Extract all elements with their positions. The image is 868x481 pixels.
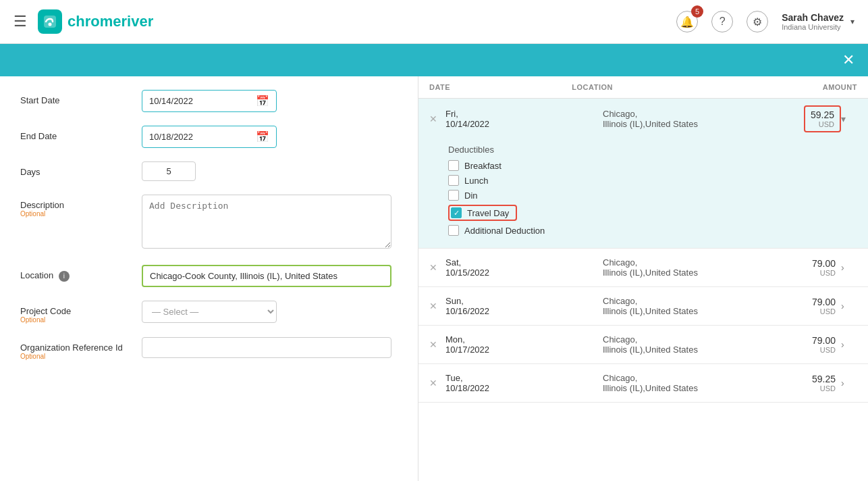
chevron-right-sun-icon[interactable]: › (841, 301, 857, 311)
day-row-sat[interactable]: ✕ Sat, 10/15/2022 Chicago, Illinois (IL)… (418, 249, 868, 286)
end-date-control: 10/18/2022 📅 (142, 126, 398, 148)
chevron-down-fri-icon[interactable]: ▾ (841, 113, 857, 124)
start-date-row: Start Date 10/14/2022 📅 (20, 90, 398, 112)
day-label-tue: Tue, (445, 373, 603, 383)
chevron-right-tue-icon[interactable]: › (841, 378, 857, 388)
location-line2-mon: Illinois (IL),United States (603, 345, 760, 355)
additional-deduction-label: Additional Deduction (464, 226, 545, 236)
location-line1-sat: Chicago, (603, 257, 760, 268)
delete-fri-icon[interactable]: ✕ (429, 113, 445, 124)
currency-mon: USD (812, 346, 836, 354)
travel-day-label: Travel Day (467, 208, 509, 218)
date-column-header: DATE (429, 83, 572, 91)
svg-point-1 (49, 23, 52, 26)
help-icon[interactable]: ? (711, 11, 733, 32)
right-panel-header: DATE LOCATION AMOUNT (418, 76, 868, 99)
day-row-tue[interactable]: ✕ Tue, 10/18/2022 Chicago, Illinois (IL)… (418, 364, 868, 402)
description-optional: Optional (20, 210, 142, 218)
header-right: 🔔 5 ? ⚙ Sarah Chavez Indiana University … (676, 11, 855, 32)
logo-river: river (121, 13, 153, 30)
location-input[interactable] (142, 265, 391, 287)
end-date-row: End Date 10/18/2022 📅 (20, 126, 398, 148)
end-date-label: End Date (20, 126, 142, 141)
day-date-sat: Sat, 10/15/2022 (445, 257, 603, 278)
location-line2-tue: Illinois (IL),United States (603, 383, 760, 393)
location-control (142, 265, 398, 287)
location-line2-fri: Illinois (IL),United States (603, 119, 760, 129)
start-date-input[interactable]: 10/14/2022 📅 (142, 90, 277, 112)
days-label: Days (20, 161, 142, 177)
description-textarea[interactable] (142, 195, 391, 249)
end-date-value: 10/18/2022 (149, 132, 193, 142)
day-entry-sun: ✕ Sun, 10/16/2022 Chicago, Illinois (IL)… (418, 287, 868, 326)
travel-day-highlight: Travel Day (448, 205, 517, 221)
days-input[interactable] (142, 161, 196, 181)
location-line2-sun: Illinois (IL),United States (603, 306, 760, 316)
day-row-sun[interactable]: ✕ Sun, 10/16/2022 Chicago, Illinois (IL)… (418, 287, 868, 325)
additional-deduction-checkbox[interactable] (448, 225, 459, 236)
settings-icon[interactable]: ⚙ (747, 11, 768, 32)
teal-banner: ✕ (0, 44, 868, 76)
breakfast-checkbox[interactable] (448, 160, 459, 171)
location-line1-sun: Chicago, (603, 296, 760, 306)
days-control (142, 161, 398, 181)
location-line1-tue: Chicago, (603, 373, 760, 383)
chevron-right-mon-icon[interactable]: › (841, 339, 857, 350)
delete-sun-icon[interactable]: ✕ (429, 301, 445, 311)
notification-count: 5 (691, 5, 703, 18)
delete-mon-icon[interactable]: ✕ (429, 339, 445, 350)
dinner-checkbox[interactable] (448, 190, 459, 201)
logo-svg (43, 14, 57, 29)
user-name: Sarah Chavez (782, 12, 844, 23)
start-date-calendar-icon[interactable]: 📅 (256, 95, 269, 107)
location-info-icon[interactable]: i (59, 271, 70, 282)
additional-deduction-row: Additional Deduction (448, 225, 852, 236)
hamburger-menu[interactable]: ☰ (13, 13, 27, 30)
day-label-sun: Sun, (445, 296, 603, 306)
end-date-calendar-icon[interactable]: 📅 (256, 130, 269, 143)
project-code-select[interactable]: — Select — (142, 301, 277, 323)
deductibles-title: Deductibles (448, 145, 852, 155)
amount-value-sun: 79.00 (812, 297, 836, 307)
notification-bell[interactable]: 🔔 5 (676, 11, 698, 32)
header: ☰ chromeriver 🔔 5 ? ⚙ Sarah Chavez Ind (0, 0, 868, 44)
location-column-header: LOCATION (572, 83, 714, 91)
day-date-fri: Fri, 10/14/2022 (445, 109, 603, 129)
day-date-sun: Sun, 10/16/2022 (445, 296, 603, 316)
currency-fri: USD (811, 120, 834, 128)
day-entry-fri: ✕ Fri, 10/14/2022 Chicago, Illinois (IL)… (418, 99, 868, 249)
close-button[interactable]: ✕ (842, 51, 855, 69)
location-line1-fri: Chicago, (603, 109, 760, 119)
location-row: Location i (20, 265, 398, 287)
currency-tue: USD (812, 384, 836, 393)
day-row-mon[interactable]: ✕ Mon, 10/17/2022 Chicago, Illinois (IL)… (418, 326, 868, 363)
right-panel: DATE LOCATION AMOUNT ✕ Fri, 10/14/2022 C… (418, 76, 868, 403)
day-date-tue: Tue, 10/18/2022 (445, 373, 603, 393)
delete-tue-icon[interactable]: ✕ (429, 378, 445, 388)
day-row-fri[interactable]: ✕ Fri, 10/14/2022 Chicago, Illinois (IL)… (418, 99, 868, 139)
dinner-row: Din (448, 190, 852, 201)
delete-sat-icon[interactable]: ✕ (429, 262, 445, 273)
location-line2-sat: Illinois (IL),United States (603, 268, 760, 278)
org-ref-control (142, 337, 398, 358)
start-date-control: 10/14/2022 📅 (142, 90, 398, 112)
travel-day-checkbox[interactable] (451, 207, 462, 218)
end-date-input[interactable]: 10/18/2022 📅 (142, 126, 277, 148)
date-value-fri: 10/14/2022 (445, 119, 603, 129)
chevron-right-sat-icon[interactable]: › (841, 262, 857, 273)
currency-sat: USD (812, 269, 836, 277)
lunch-checkbox[interactable] (448, 175, 459, 186)
amount-highlight-fri: 59.25 USD (804, 105, 841, 132)
day-location-sat: Chicago, Illinois (IL),United States (603, 257, 760, 278)
date-value-mon: 10/17/2022 (445, 345, 603, 355)
user-chevron-icon: ▾ (850, 17, 855, 26)
day-label-fri: Fri, (445, 109, 603, 119)
org-ref-optional: Optional (20, 353, 142, 360)
deductibles-section: Deductibles Breakfast Lunch Din (418, 139, 868, 248)
amount-value-mon: 79.00 (812, 335, 836, 346)
main-content: Start Date 10/14/2022 📅 End Date 10/18/2… (0, 76, 868, 481)
org-ref-label: Organization Reference Id Optional (20, 337, 142, 360)
org-ref-input[interactable] (142, 337, 391, 358)
date-value-tue: 10/18/2022 (445, 383, 603, 393)
user-menu[interactable]: Sarah Chavez Indiana University ▾ (782, 12, 855, 31)
